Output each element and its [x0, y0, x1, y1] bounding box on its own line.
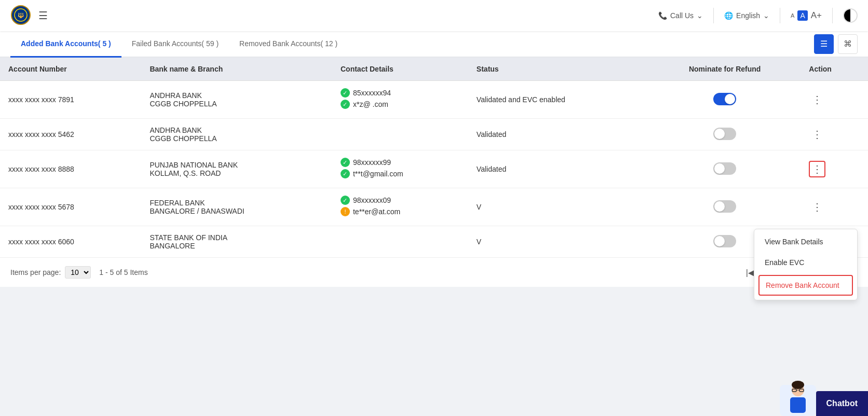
list-view-button[interactable]: ☰	[814, 34, 834, 54]
action-cell: ⋮	[801, 119, 868, 150]
status-cell: Validated	[468, 119, 649, 150]
toggle-knob	[725, 94, 735, 104]
tab-failed-bank-accounts[interactable]: Failed Bank Accounts( 59 )	[121, 31, 229, 58]
dropdown-remove-bank-account[interactable]: Remove Bank Account	[758, 275, 853, 296]
table-row: xxxx xxxx xxxx 6060STATE BANK OF INDIABA…	[0, 226, 868, 258]
check-icon: ✓	[341, 169, 350, 178]
action-cell: ⋮	[801, 188, 868, 226]
pagination-bar: Items per page: 10 25 50 1 - 5 of 5 Item…	[0, 257, 868, 287]
divider2	[780, 8, 780, 23]
col-action: Action	[801, 58, 868, 81]
account-number-cell: xxxx xxxx xxxx 5678	[0, 188, 141, 226]
svg-text:🔱: 🔱	[18, 12, 24, 19]
logo: 🔱	[10, 5, 31, 27]
grid-view-button[interactable]: ⌘	[838, 34, 858, 54]
globe-icon: 🌐	[724, 11, 733, 20]
nominate-refund-cell	[649, 150, 801, 188]
dropdown-enable-evc[interactable]: Enable EVC	[754, 252, 857, 273]
status-cell: V	[468, 188, 649, 226]
font-small-button[interactable]: A	[791, 12, 794, 19]
font-controls: A A A+	[791, 10, 822, 21]
account-number-cell: xxxx xxxx xxxx 5462	[0, 119, 141, 150]
col-nominate-for-refund: Nominate for Refund	[649, 58, 801, 81]
status-cell: V	[468, 226, 649, 258]
tab-added-bank-accounts[interactable]: Added Bank Accounts( 5 )	[10, 31, 121, 58]
bank-name-cell: PUNJAB NATIONAL BANKKOLLAM, Q.S. ROAD	[141, 150, 332, 188]
chatbot-widget: Chatbot	[780, 375, 868, 416]
check-icon: ✓	[341, 100, 350, 109]
refund-toggle[interactable]	[713, 162, 736, 175]
status-cell: Validated	[468, 150, 649, 188]
phone-icon: 📞	[658, 11, 667, 20]
nominate-refund-cell	[649, 188, 801, 226]
col-status: Status	[468, 58, 649, 81]
call-us-button[interactable]: 📞 Call Us ⌄	[658, 11, 703, 20]
account-number-cell: xxxx xxxx xxxx 7891	[0, 81, 141, 119]
refund-toggle[interactable]	[713, 128, 736, 140]
items-per-page: Items per page: 10 25 50	[10, 266, 91, 279]
action-menu-button[interactable]: ⋮	[809, 161, 825, 177]
tabs-bar: Added Bank Accounts( 5 ) Failed Bank Acc…	[0, 31, 868, 58]
action-menu-button[interactable]: ⋮	[809, 199, 825, 215]
view-toggle: ☰ ⌘	[814, 34, 858, 54]
bank-name-cell: ANDHRA BANKCGGB CHOPPELLA	[141, 119, 332, 150]
per-page-select[interactable]: 10 25 50	[65, 266, 91, 279]
refund-toggle[interactable]	[713, 93, 736, 105]
menu-icon[interactable]: ☰	[38, 9, 48, 22]
table-row: xxxx xxxx xxxx 7891ANDHRA BANKCGGB CHOPP…	[0, 81, 868, 119]
action-dropdown-menu: View Bank Details Enable EVC Remove Bank…	[754, 229, 858, 300]
check-icon: ✓	[341, 196, 350, 205]
toggle-knob	[714, 201, 725, 212]
bank-name-cell: ANDHRA BANKCGGB CHOPPELLA	[141, 81, 332, 119]
contact-details-cell: ✓85xxxxxx94✓x*z@ .com	[332, 81, 468, 119]
contact-details-cell	[332, 226, 468, 258]
warning-icon: !	[341, 207, 350, 216]
action-cell: ⋮	[801, 81, 868, 119]
chatbot-avatar	[780, 375, 816, 416]
lang-chevron-icon: ⌄	[763, 11, 769, 20]
font-large-button[interactable]: A+	[811, 10, 822, 21]
divider3	[832, 8, 833, 23]
language-selector[interactable]: 🌐 English ⌄	[724, 11, 769, 20]
col-contact-details: Contact Details	[332, 58, 468, 81]
status-cell: Validated and EVC enabled	[468, 81, 649, 119]
chatbot-button[interactable]: Chatbot	[816, 391, 868, 416]
col-account-number: Account Number	[0, 58, 141, 81]
divider	[713, 8, 714, 23]
toggle-knob	[714, 236, 725, 246]
tab-removed-bank-accounts[interactable]: Removed Bank Accounts( 12 )	[229, 31, 348, 58]
action-menu-button[interactable]: ⋮	[809, 126, 825, 143]
bank-name-cell: STATE BANK OF INDIABANGALORE	[141, 226, 332, 258]
toggle-knob	[714, 163, 725, 174]
account-number-cell: xxxx xxxx xxxx 6060	[0, 226, 141, 258]
toggle-knob	[714, 129, 725, 139]
table-row: xxxx xxxx xxxx 5678FEDERAL BANKBANGALORE…	[0, 188, 868, 226]
nominate-refund-cell	[649, 119, 801, 150]
font-normal-button[interactable]: A	[797, 10, 807, 21]
refund-toggle[interactable]	[713, 235, 736, 247]
items-count: 1 - 5 of 5 Items	[99, 268, 147, 276]
contact-details-cell: ✓98xxxxxx09!te**er@at.com	[332, 188, 468, 226]
col-bank-name: Bank name & Branch	[141, 58, 332, 81]
contact-details-cell: ✓98xxxxxx99✓t**t@gmail.com	[332, 150, 468, 188]
check-icon: ✓	[341, 158, 350, 167]
action-cell: ⋮	[801, 150, 868, 188]
svg-rect-5	[790, 397, 806, 413]
contact-details-cell	[332, 119, 468, 150]
nominate-refund-cell	[649, 81, 801, 119]
account-number-cell: xxxx xxxx xxxx 8888	[0, 150, 141, 188]
refund-toggle[interactable]	[713, 200, 736, 213]
action-menu-button[interactable]: ⋮	[809, 91, 825, 108]
bank-name-cell: FEDERAL BANKBANGALORE / BANASWADI	[141, 188, 332, 226]
dropdown-view-details[interactable]: View Bank Details	[754, 231, 857, 252]
svg-point-9	[792, 381, 804, 389]
bank-accounts-table: Account Number Bank name & Branch Contac…	[0, 58, 868, 257]
check-icon: ✓	[341, 88, 350, 98]
contrast-button[interactable]	[843, 8, 858, 23]
table-row: xxxx xxxx xxxx 8888PUNJAB NATIONAL BANKK…	[0, 150, 868, 188]
table-row: xxxx xxxx xxxx 5462ANDHRA BANKCGGB CHOPP…	[0, 119, 868, 150]
call-chevron-icon: ⌄	[697, 11, 703, 20]
